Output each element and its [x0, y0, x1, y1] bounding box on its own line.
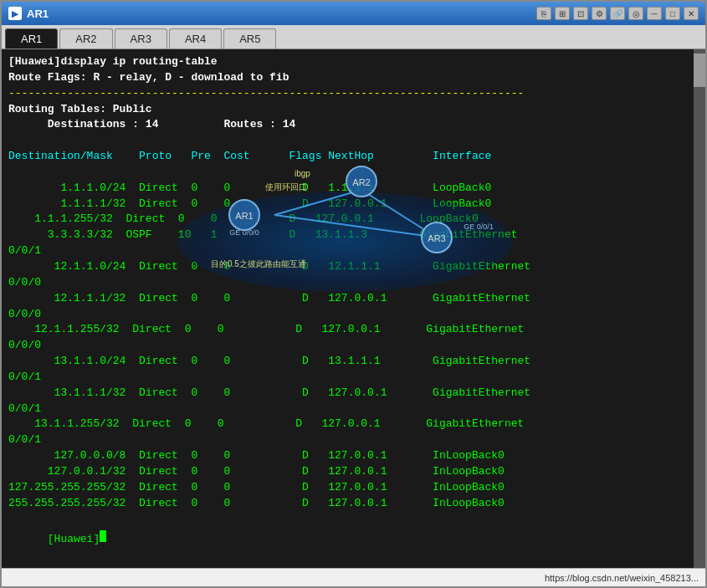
route-row-7: 12.1.1.255/32 Direct 0 0 D 127.0.0.1 Gig…: [8, 322, 699, 338]
terminal-scrollbar[interactable]: [694, 49, 705, 568]
toolbar-btn-3[interactable]: ⊡: [573, 7, 588, 20]
terminal-header: Destination/Mask Proto Pre Cost Flags Ne…: [8, 149, 699, 165]
prompt-line[interactable]: [Huawei]: [8, 514, 699, 564]
prompt-text: [Huawei]: [48, 533, 100, 545]
route-row-2: 1.1.1.1/32 Direct 0 0 D 127.0.0.1 LoopBa…: [8, 197, 699, 212]
main-window: ▶ AR1 ⎘ ⊞ ⊡ ⚙ 🔗 ◎ ─ □ ✕ AR1 AR2 AR3 AR4 …: [0, 0, 707, 588]
window-title: AR1: [27, 8, 49, 20]
terminal-line-4: Routing Tables: Public: [8, 102, 699, 118]
tab-bar: AR1 AR2 AR3 AR4 AR5: [2, 25, 705, 49]
terminal-line-5: Destinations : 14 Routes : 14: [8, 117, 699, 133]
window-controls: ⎘ ⊞ ⊡ ⚙ 🔗 ◎ ─ □ ✕: [536, 7, 699, 20]
status-left: [8, 573, 11, 583]
toolbar-btn-4[interactable]: ⚙: [592, 7, 607, 20]
route-row-6: 12.1.1.1/32 Direct 0 0 D 127.0.0.1 Gigab…: [8, 291, 699, 307]
status-url: https://blog.csdn.net/weixin_458213...: [545, 573, 699, 583]
tab-ar2[interactable]: AR2: [59, 28, 112, 49]
cursor: [100, 530, 106, 542]
route-row-9: 13.1.1.1/32 Direct 0 0 D 127.0.0.1 Gigab…: [8, 386, 699, 401]
route-row-4: 3.3.3.3/32 OSPF 10 1 D 13.1.1.3 GigabitE…: [8, 228, 699, 243]
route-row-5b: 0/0/0: [8, 275, 699, 291]
tab-ar4[interactable]: AR4: [169, 28, 222, 49]
terminal-line-1: [Huawei]display ip routing-table: [8, 54, 699, 70]
route-row-4b: 0/0/1: [8, 243, 699, 259]
route-row-6b: 0/0/0: [8, 307, 699, 323]
toolbar-btn-6[interactable]: ◎: [628, 7, 643, 20]
tab-ar3[interactable]: AR3: [115, 28, 167, 49]
route-row-13: 127.255.255.255/32 Direct 0 0 D 127.0.0.…: [8, 480, 699, 496]
route-row-10: 13.1.1.255/32 Direct 0 0 D 127.0.0.1 Gig…: [8, 417, 699, 432]
title-bar: ▶ AR1 ⎘ ⊞ ⊡ ⚙ 🔗 ◎ ─ □ ✕: [2, 2, 705, 25]
minimize-button[interactable]: ─: [647, 7, 662, 20]
route-row-8b: 0/0/1: [8, 370, 699, 386]
route-row-7b: 0/0/0: [8, 338, 699, 354]
route-row-5: 12.1.1.0/24 Direct 0 0 D 12.1.1.1 Gigabi…: [8, 259, 699, 275]
route-row-12: 127.0.0.1/32 Direct 0 0 D 127.0.0.1 InLo…: [8, 464, 699, 480]
maximize-button[interactable]: □: [665, 7, 680, 20]
terminal-line-6: [8, 133, 699, 149]
app-icon: ▶: [8, 7, 22, 20]
status-bar: https://blog.csdn.net/weixin_458213...: [2, 568, 705, 586]
toolbar-btn-2[interactable]: ⊞: [555, 7, 570, 20]
terminal-line-3: ----------------------------------------…: [8, 86, 699, 102]
route-row-3: 1.1.1.255/32 Direct 0 0 D 127.0.0.1 Loop…: [8, 212, 699, 228]
route-row-8: 13.1.1.0/24 Direct 0 0 D 13.1.1.1 Gigabi…: [8, 354, 699, 370]
close-button[interactable]: ✕: [684, 7, 699, 20]
tab-ar5[interactable]: AR5: [223, 28, 276, 49]
scrollbar-thumb[interactable]: [694, 54, 705, 87]
route-row-14: 255.255.255.255/32 Direct 0 0 D 127.0.0.…: [8, 496, 699, 512]
route-row-11: 127.0.0.0/8 Direct 0 0 D 127.0.0.1 InLoo…: [8, 448, 699, 464]
title-bar-left: ▶ AR1: [8, 7, 49, 20]
route-row-10b: 0/0/1: [8, 432, 699, 448]
route-row-9b: 0/0/1: [8, 401, 699, 417]
tab-ar1[interactable]: AR1: [5, 28, 58, 49]
route-row-1: 1.1.1.0/24 Direct 0 0 D 1.1.1.1 LoopBack…: [8, 181, 699, 197]
toolbar-btn-5[interactable]: 🔗: [610, 7, 625, 20]
terminal-area[interactable]: [Huawei]display ip routing-table Route F…: [2, 49, 705, 568]
terminal-line-2: Route Flags: R - relay, D - download to …: [8, 70, 699, 86]
toolbar-btn-1[interactable]: ⎘: [536, 7, 551, 20]
terminal-line-7: [8, 165, 699, 181]
